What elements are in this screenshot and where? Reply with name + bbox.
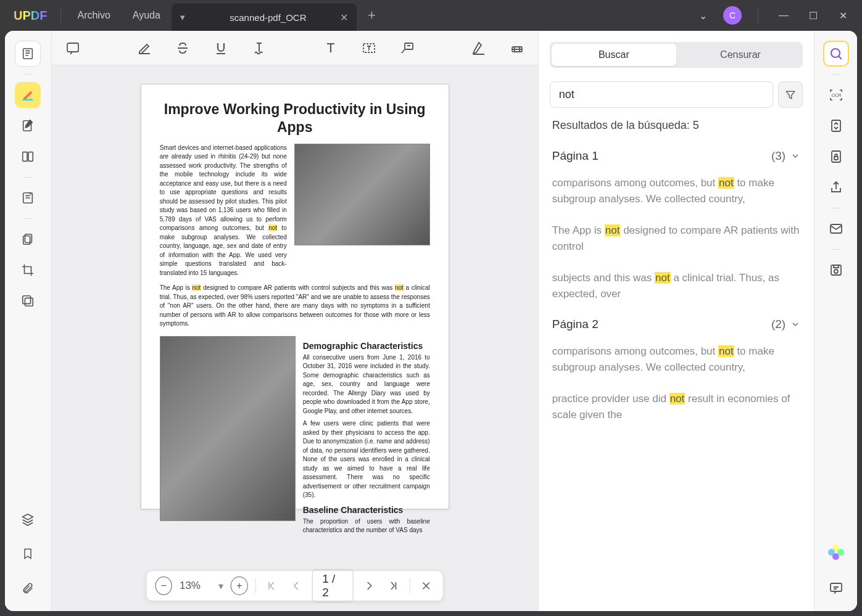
chat-button[interactable] (823, 575, 849, 601)
layers-button[interactable] (15, 506, 41, 532)
app-logo: UPDF (14, 9, 47, 23)
page-navigation-bar: − 13% ▾ + 1 / 2 (146, 570, 444, 601)
workspace: Improve Working Productivity in Using Ap… (5, 31, 857, 611)
left-sidebar (5, 31, 52, 611)
zoom-dropdown-icon[interactable]: ▾ (218, 580, 223, 592)
tab-censurar[interactable]: Censurar (678, 42, 803, 68)
svg-rect-3 (23, 152, 27, 162)
reader-mode-button[interactable] (15, 41, 41, 67)
document-viewport: Improve Working Productivity in Using Ap… (52, 31, 538, 611)
text-tool[interactable] (322, 39, 339, 57)
svg-rect-0 (23, 49, 33, 59)
chevron-down-icon (790, 151, 800, 161)
chevron-down-icon (790, 319, 800, 329)
right-sidebar: OCR (814, 31, 857, 611)
share-button[interactable] (823, 175, 849, 200)
textbox-tool[interactable] (360, 39, 378, 57)
search-input[interactable] (550, 81, 773, 108)
svg-rect-1 (23, 99, 33, 101)
user-avatar[interactable]: C (723, 6, 742, 25)
pencil-tool[interactable] (470, 39, 487, 57)
close-nav-button[interactable] (418, 577, 434, 595)
svg-rect-10 (67, 43, 78, 52)
maximize-button[interactable]: ☐ (804, 10, 823, 22)
document-tab[interactable]: ▾ scanned-pdf_OCR ✕ (172, 4, 357, 31)
last-page-button[interactable] (385, 577, 402, 595)
tab-close-icon[interactable]: ✕ (340, 12, 348, 23)
menu-archivo[interactable]: Archivo (66, 5, 121, 26)
zoom-in-button[interactable]: + (231, 577, 248, 595)
highlighter-tool[interactable] (136, 39, 153, 57)
search-mode-segmented: Buscar Censurar (550, 42, 803, 68)
page-indicator[interactable]: 1 / 2 (312, 569, 354, 602)
filter-button[interactable] (778, 81, 803, 108)
search-result[interactable]: comparisons among outcomes, but not to m… (550, 337, 803, 385)
crop-tool-button[interactable] (15, 257, 41, 283)
convert-button[interactable] (823, 113, 849, 139)
bookmark-button[interactable] (15, 541, 41, 567)
svg-rect-9 (25, 298, 33, 306)
titlebar: UPDF Archivo Ayuda ▾ scanned-pdf_OCR ✕ +… (0, 0, 862, 31)
callout-tool[interactable] (399, 39, 416, 57)
underline-tool[interactable] (212, 39, 230, 57)
minimize-button[interactable]: — (774, 10, 793, 21)
search-panel: Buscar Censurar Resultados de la búsqued… (538, 31, 814, 611)
divider (758, 8, 758, 23)
zoom-out-button[interactable]: − (155, 577, 172, 595)
search-result[interactable]: comparisons among outcomes, but not to m… (550, 169, 803, 216)
next-page-button[interactable] (361, 577, 378, 595)
svg-point-14 (831, 49, 840, 57)
prev-page-button[interactable] (288, 577, 304, 595)
highlight-tool-button[interactable] (15, 82, 41, 108)
pdf-page: Improve Working Productivity in Using Ap… (141, 84, 449, 509)
save-button[interactable] (823, 257, 849, 283)
email-button[interactable] (823, 216, 849, 242)
doc-image-1 (294, 144, 430, 245)
doc-image-2 (160, 336, 296, 521)
svg-point-21 (834, 269, 838, 273)
form-tool-button[interactable] (15, 185, 41, 211)
results-count: Resultados de la búsqueda: 5 (550, 119, 803, 132)
attachment-button[interactable] (15, 575, 41, 601)
protect-button[interactable] (823, 144, 849, 170)
ai-assistant-button[interactable] (823, 540, 849, 565)
eraser-tool[interactable] (508, 39, 526, 57)
dropdown-icon[interactable]: ⌄ (694, 10, 712, 22)
svg-rect-12 (405, 43, 413, 49)
tab-title: scanned-pdf_OCR (196, 12, 340, 23)
search-toggle-button[interactable] (823, 41, 849, 67)
annotation-toolbar (52, 31, 538, 65)
result-page-2-header[interactable]: Página 2 (2) (550, 311, 803, 337)
svg-rect-18 (834, 157, 838, 160)
divider (60, 8, 61, 23)
svg-rect-16 (832, 120, 840, 131)
strikethrough-tool[interactable] (174, 39, 191, 57)
doc-title: Improve Working Productivity in Using Ap… (160, 101, 430, 136)
search-result[interactable]: subjects and this was not a clinical tri… (550, 264, 803, 311)
new-tab-button[interactable]: + (368, 7, 376, 23)
compare-tool-button[interactable] (15, 288, 41, 314)
svg-rect-4 (28, 152, 33, 162)
menu-ayuda[interactable]: Ayuda (122, 5, 172, 26)
close-button[interactable]: ✕ (834, 10, 852, 22)
tab-buscar[interactable]: Buscar (552, 44, 676, 66)
first-page-button[interactable] (263, 577, 280, 595)
zoom-value[interactable]: 13% (180, 580, 211, 592)
squiggly-tool[interactable] (251, 39, 268, 57)
svg-rect-8 (23, 296, 31, 304)
ocr-button[interactable]: OCR (823, 82, 849, 108)
comment-tool[interactable] (64, 39, 81, 57)
copy-tool-button[interactable] (15, 226, 41, 252)
search-result[interactable]: The App is not designed to compare AR pa… (550, 216, 803, 264)
edit-tool-button[interactable] (15, 113, 41, 139)
result-page-1-header[interactable]: Página 1 (3) (550, 143, 803, 169)
page-canvas[interactable]: Improve Working Productivity in Using Ap… (52, 65, 538, 611)
svg-text:OCR: OCR (832, 93, 842, 97)
pages-tool-button[interactable] (15, 144, 41, 170)
tab-dropdown-icon[interactable]: ▾ (180, 12, 185, 23)
search-result[interactable]: practice provider use did not result in … (550, 385, 803, 432)
